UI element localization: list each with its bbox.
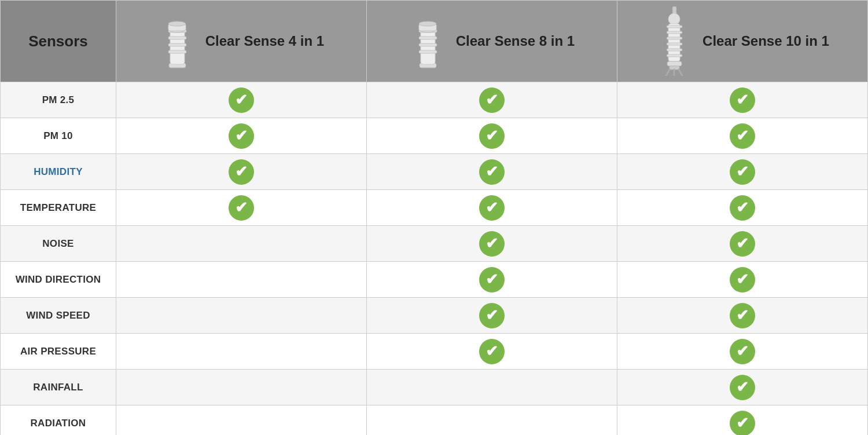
svg-point-19 xyxy=(668,13,680,25)
svg-rect-1 xyxy=(170,30,185,64)
product1-cell xyxy=(116,118,367,154)
sensor-label: WIND DIRECTION xyxy=(16,274,101,285)
product2-cell xyxy=(367,262,617,298)
svg-rect-10 xyxy=(421,30,435,64)
sensor-name-cell: HUMIDITY xyxy=(1,154,116,190)
product2-header: Clear Sense 8 in 1 xyxy=(367,1,617,82)
svg-line-31 xyxy=(679,70,682,76)
sensor-name-cell: PM 10 xyxy=(1,118,116,154)
checkmark-icon xyxy=(229,195,254,221)
svg-rect-5 xyxy=(168,50,186,53)
product3-cell xyxy=(617,262,868,298)
svg-rect-26 xyxy=(667,54,682,57)
product2-icon xyxy=(409,12,447,70)
sensor-name-cell: PM 2.5 xyxy=(1,82,116,118)
product3-cell xyxy=(617,298,868,334)
svg-rect-3 xyxy=(168,36,186,39)
sensor-name-cell: RAINFALL xyxy=(1,370,116,405)
svg-rect-23 xyxy=(667,37,682,39)
checkmark-icon xyxy=(229,123,254,149)
sensor-label: TEMPERATURE xyxy=(20,202,96,213)
product1-cell xyxy=(116,154,367,190)
sensor-label: RAINFALL xyxy=(33,382,83,393)
product2-cell xyxy=(367,154,617,190)
sensor-name-cell: WIND DIRECTION xyxy=(1,262,116,298)
product1-cell xyxy=(116,82,367,118)
product2-title: Clear Sense 8 in 1 xyxy=(456,33,575,49)
table-row: AIR PRESSURE xyxy=(1,334,868,370)
product3-cell xyxy=(617,118,868,154)
product2-cell xyxy=(367,118,617,154)
table-row: HUMIDITY xyxy=(1,154,868,190)
table-row: RADIATION xyxy=(1,405,868,436)
checkmark-icon xyxy=(479,195,505,221)
checkmark-icon xyxy=(730,411,755,436)
product3-header: Clear Sense 10 in 1 xyxy=(617,1,868,82)
checkmark-icon xyxy=(730,231,755,257)
product2-cell xyxy=(367,298,617,334)
checkmark-icon xyxy=(479,339,505,364)
checkmark-icon xyxy=(479,159,505,185)
sensor-label: WIND SPEED xyxy=(26,310,90,321)
product3-title: Clear Sense 10 in 1 xyxy=(703,33,829,49)
product1-cell xyxy=(116,405,367,436)
svg-rect-25 xyxy=(667,49,682,51)
product2-cell xyxy=(367,226,617,262)
checkmark-icon xyxy=(730,195,755,221)
product3-cell xyxy=(617,405,868,436)
product3-cell xyxy=(617,190,868,226)
checkmark-icon xyxy=(730,123,755,149)
product2-cell xyxy=(367,370,617,405)
svg-point-17 xyxy=(419,21,436,26)
sensor-label: PM 2.5 xyxy=(42,94,75,105)
checkmark-icon xyxy=(730,87,755,113)
sensor-label: AIR PRESSURE xyxy=(20,346,96,357)
sensor-name-cell: AIR PRESSURE xyxy=(1,334,116,370)
product1-cell xyxy=(116,370,367,405)
svg-rect-12 xyxy=(419,36,437,39)
product3-cell xyxy=(617,226,868,262)
table-body: PM 2.5PM 10HUMIDITYTEMPERATURENOISEWIND … xyxy=(1,82,868,436)
checkmark-icon xyxy=(479,303,505,328)
svg-point-8 xyxy=(168,21,186,26)
svg-rect-24 xyxy=(667,43,682,45)
product1-header: Clear Sense 4 in 1 xyxy=(116,1,367,82)
checkmark-icon xyxy=(730,375,755,400)
sensor-label: RADIATION xyxy=(31,418,86,429)
table-row: WIND SPEED xyxy=(1,298,868,334)
product1-title: Clear Sense 4 in 1 xyxy=(205,33,324,49)
sensor-name-cell: TEMPERATURE xyxy=(1,190,116,226)
svg-rect-22 xyxy=(667,31,682,34)
product1-cell xyxy=(116,298,367,334)
sensor-name-cell: WIND SPEED xyxy=(1,298,116,334)
checkmark-icon xyxy=(229,87,254,113)
table-row: NOISE xyxy=(1,226,868,262)
checkmark-icon xyxy=(229,159,254,185)
svg-rect-4 xyxy=(168,43,186,46)
table-row: PM 2.5 xyxy=(1,82,868,118)
checkmark-icon xyxy=(730,303,755,328)
sensor-label: PM 10 xyxy=(43,130,73,141)
checkmark-icon xyxy=(479,87,505,113)
svg-rect-21 xyxy=(667,25,682,28)
product3-cell xyxy=(617,154,868,190)
product2-cell xyxy=(367,190,617,226)
table-row: PM 10 xyxy=(1,118,868,154)
product1-icon xyxy=(159,12,196,70)
product2-cell xyxy=(367,405,617,436)
product1-cell xyxy=(116,334,367,370)
svg-rect-13 xyxy=(419,43,437,46)
checkmark-icon xyxy=(479,123,505,149)
svg-rect-27 xyxy=(667,61,682,66)
svg-line-29 xyxy=(666,70,670,76)
product1-cell xyxy=(116,262,367,298)
comparison-table: Sensors xyxy=(0,0,868,435)
product3-cell xyxy=(617,334,868,370)
product3-cell xyxy=(617,82,868,118)
product3-icon xyxy=(656,6,693,76)
sensor-label: NOISE xyxy=(42,238,73,249)
product2-cell xyxy=(367,334,617,370)
table-row: WIND DIRECTION xyxy=(1,262,868,298)
sensors-header: Sensors xyxy=(1,1,116,82)
sensor-name-cell: NOISE xyxy=(1,226,116,262)
